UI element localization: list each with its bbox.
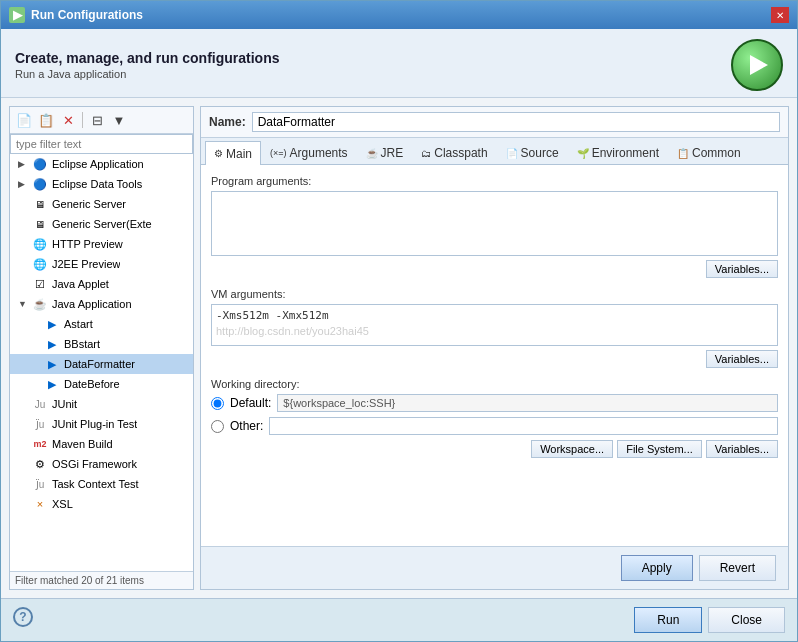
tree-item-eclipse-data[interactable]: ▶ 🔵 Eclipse Data Tools [10,174,193,194]
collapse-button[interactable]: ⊟ [87,110,107,130]
tree-item-eclipse-app[interactable]: ▶ 🔵 Eclipse Application [10,154,193,174]
tabs-bar: ⚙ Main (×=) Arguments ☕ JRE 🗂 Classpath … [201,138,788,165]
variables-button-1[interactable]: Variables... [706,260,778,278]
expand-icon: ▼ [18,299,28,309]
item-label: DataFormatter [64,358,135,370]
run-button-bottom[interactable]: Run [634,607,702,633]
other-radio-row: Other: [211,417,778,435]
delete-config-button[interactable]: ✕ [58,110,78,130]
item-icon: Ju [32,396,48,412]
tab-source[interactable]: 📄 Source [497,141,568,164]
tab-jre[interactable]: ☕ JRE [357,141,413,164]
tree-item-osgi[interactable]: ⚙ OSGi Framework [10,454,193,474]
item-icon: ☕ [32,296,48,312]
program-args-input[interactable] [212,192,777,252]
apply-button[interactable]: Apply [621,555,693,581]
program-args-label: Program arguments: [211,175,778,187]
item-icon: ▶ [44,336,60,352]
other-dir-input[interactable] [269,417,778,435]
help-button[interactable]: ? [13,607,33,627]
item-label: HTTP Preview [52,238,123,250]
workspace-button[interactable]: Workspace... [531,440,613,458]
tab-source-icon: 📄 [506,148,518,159]
tree-item-task-context[interactable]: J̈u Task Context Test [10,474,193,494]
tree-item-java-applet[interactable]: ☑ Java Applet [10,274,193,294]
tab-environment-label: Environment [592,146,659,160]
tab-classpath-icon: 🗂 [421,148,431,159]
other-radio[interactable] [211,420,224,433]
tree-item-generic-server-ext[interactable]: 🖥 Generic Server(Exte [10,214,193,234]
sidebar: 📄 📋 ✕ ⊟ ▼ ▶ 🔵 Eclipse Application ▶ 🔵 Ec… [9,106,194,590]
tab-arguments[interactable]: (×=) Arguments [261,141,357,164]
tree-item-datebefore[interactable]: ▶ DateBefore [10,374,193,394]
close-button[interactable]: ✕ [771,7,789,23]
tree-item-dataformatter[interactable]: ▶ DataFormatter [10,354,193,374]
vm-args-wrapper: -Xms512m -Xmx512m http://blog.csdn.net/y… [211,304,778,346]
right-panel: Name: ⚙ Main (×=) Arguments ☕ JRE 🗂 [200,106,789,590]
tree-item-http[interactable]: 🌐 HTTP Preview [10,234,193,254]
tab-args-icon: (×=) [270,148,287,158]
variables-button-2[interactable]: Variables... [706,350,778,368]
item-icon: 🖥 [32,196,48,212]
vm-args-group: VM arguments: -Xms512m -Xmx512m http://b… [211,288,778,368]
filter-button[interactable]: ▼ [109,110,129,130]
header: Create, manage, and run configurations R… [1,29,797,98]
item-label: DateBefore [64,378,120,390]
tree-item-bbstart[interactable]: ▶ BBstart [10,334,193,354]
default-label: Default: [230,396,271,410]
tree-item-maven[interactable]: m2 Maven Build [10,434,193,454]
run-button[interactable] [731,39,783,91]
item-label: Eclipse Application [52,158,144,170]
tree-item-xsl[interactable]: × XSL [10,494,193,514]
header-title: Create, manage, and run configurations [15,50,280,66]
vm-args-value[interactable]: -Xms512m -Xmx512m [212,305,777,345]
item-icon: 🖥 [32,216,48,232]
tree-item-generic-server[interactable]: 🖥 Generic Server [10,194,193,214]
item-icon: 🌐 [32,256,48,272]
header-text: Create, manage, and run configurations R… [15,50,280,80]
tree-item-junit[interactable]: Ju JUnit [10,394,193,414]
item-label: Java Applet [52,278,109,290]
item-icon: 🔵 [32,156,48,172]
tab-classpath[interactable]: 🗂 Classpath [412,141,496,164]
item-label: Task Context Test [52,478,139,490]
variables-button-3[interactable]: Variables... [706,440,778,458]
tree-item-j2ee[interactable]: 🌐 J2EE Preview [10,254,193,274]
expand-icon: ▶ [18,179,28,189]
name-row: Name: [201,107,788,138]
apply-revert-bar: Apply Revert [201,546,788,589]
tab-main-label: Main [226,147,252,161]
name-input[interactable] [252,112,780,132]
tab-main[interactable]: ⚙ Main [205,141,261,165]
tree-item-astart[interactable]: ▶ Astart [10,314,193,334]
item-icon: ☑ [32,276,48,292]
working-dir-label: Working directory: [211,378,778,390]
item-icon: ⚙ [32,456,48,472]
tab-source-label: Source [521,146,559,160]
tree-item-junit-plugin[interactable]: J̈u JUnit Plug-in Test [10,414,193,434]
filter-input[interactable] [10,134,193,154]
item-label: JUnit [52,398,77,410]
item-icon: 🔵 [32,176,48,192]
expand-icon: ▶ [18,159,28,169]
tab-environment[interactable]: 🌱 Environment [568,141,668,164]
vm-args-row: Variables... [211,350,778,368]
revert-button[interactable]: Revert [699,555,776,581]
copy-config-button[interactable]: 📋 [36,110,56,130]
window-title: Run Configurations [31,8,143,22]
item-icon: ▶ [44,356,60,372]
item-icon: ▶ [44,376,60,392]
run-close-bar: ? Run Close [1,598,797,641]
tree-item-java-app[interactable]: ▼ ☕ Java Application [10,294,193,314]
item-icon: J̈u [32,476,48,492]
main-area: 📄 📋 ✕ ⊟ ▼ ▶ 🔵 Eclipse Application ▶ 🔵 Ec… [1,98,797,598]
tab-jre-icon: ☕ [366,148,378,159]
close-button-bottom[interactable]: Close [708,607,785,633]
default-radio[interactable] [211,397,224,410]
item-label: Generic Server(Exte [52,218,152,230]
filesystem-button[interactable]: File System... [617,440,702,458]
new-config-button[interactable]: 📄 [14,110,34,130]
tab-common[interactable]: 📋 Common [668,141,750,164]
sidebar-footer: Filter matched 20 of 21 items [10,571,193,589]
tree-area: ▶ 🔵 Eclipse Application ▶ 🔵 Eclipse Data… [10,154,193,571]
